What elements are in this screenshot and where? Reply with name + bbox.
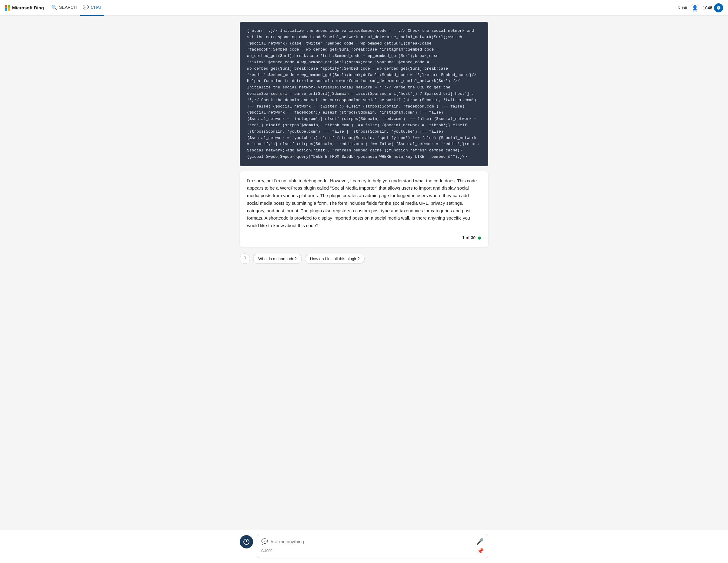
chat-nav-icon: 💬 [83, 5, 89, 10]
search-icon: 🔍 [51, 5, 57, 10]
input-row: 💬 🎤 [261, 538, 484, 545]
points-value: 1048 [703, 5, 712, 10]
suggestions-row: ? What is a shortcode? How do I install … [240, 252, 488, 265]
code-block[interactable]: {return ';}// Initialize the embed code … [240, 22, 488, 166]
ai-response-text: I'm sorry, but I'm not able to debug cod… [247, 177, 481, 230]
user-name: Kristi [678, 5, 687, 10]
main-content: {return ';}// Initialize the embed code … [0, 16, 728, 563]
user-icon: 👤 [691, 4, 699, 12]
bing-avatar [240, 535, 253, 548]
suggestions-icon-button[interactable]: ? [240, 254, 250, 264]
page-indicator: 1 of 30 [462, 235, 476, 242]
pin-button[interactable]: 📌 [477, 548, 484, 554]
logo-text: Microsoft Bing [12, 5, 44, 10]
code-content: {return ';}// Initialize the embed code … [247, 28, 479, 159]
char-counter: 0/4000 [261, 549, 272, 553]
input-footer: 0/4000 📌 [261, 548, 484, 554]
points-badge: 1048 [703, 3, 723, 12]
bubble-footer: 1 of 30 [247, 235, 481, 242]
suggestion-install[interactable]: How do I install this plugin? [305, 254, 365, 264]
input-area: 💬 🎤 0/4000 📌 [0, 530, 728, 563]
suggestion-shortcode[interactable]: What is a shortcode? [253, 254, 302, 264]
main-nav: 🔍 SEARCH 💬 CHAT [49, 0, 104, 15]
microphone-button[interactable]: 🎤 [476, 538, 484, 545]
header: Microsoft Bing 🔍 SEARCH 💬 CHAT Kristi 👤 … [0, 0, 728, 16]
points-circle-icon [714, 3, 723, 12]
user-avatar-button[interactable]: 👤 [691, 4, 699, 12]
nav-chat[interactable]: 💬 CHAT [80, 0, 104, 16]
message-icon: 💬 [261, 538, 268, 545]
nav-search[interactable]: 🔍 SEARCH [49, 0, 79, 16]
logo[interactable]: Microsoft Bing [5, 5, 44, 11]
status-dot [478, 237, 481, 240]
chat-text-input[interactable] [270, 539, 474, 544]
chat-area: {return ';}// Initialize the embed code … [0, 16, 728, 530]
input-wrapper: 💬 🎤 0/4000 📌 [240, 534, 488, 558]
chat-input-box: 💬 🎤 0/4000 📌 [257, 534, 488, 558]
header-right: Kristi 👤 1048 [678, 3, 723, 12]
ai-response-bubble: I'm sorry, but I'm not able to debug cod… [240, 171, 488, 248]
logo-icon [5, 5, 10, 11]
